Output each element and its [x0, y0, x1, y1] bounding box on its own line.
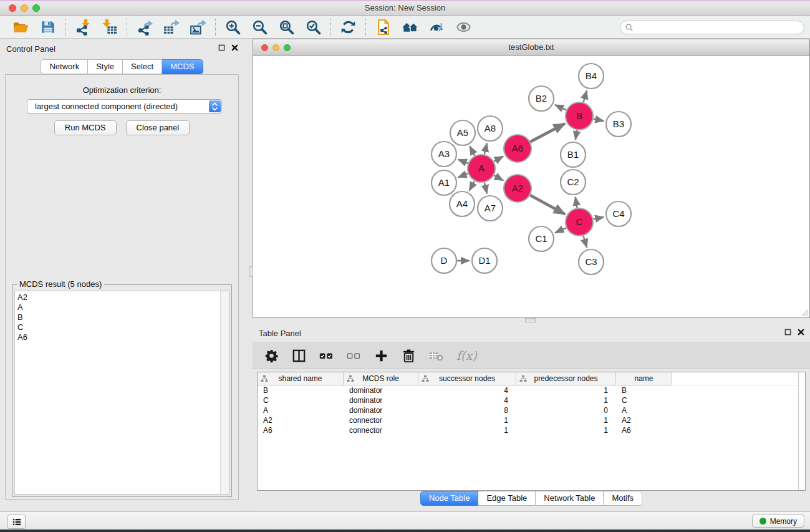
zoom-in-button[interactable] [224, 19, 241, 36]
table-cell[interactable]: B [616, 386, 672, 395]
graph-edge-A6-B[interactable] [530, 123, 565, 142]
graph-edge-A-A7[interactable] [485, 183, 487, 194]
graph-edge-C-C2[interactable] [576, 197, 577, 208]
deselect-all-button[interactable] [347, 349, 361, 363]
graph-edge-C-C3[interactable] [584, 236, 587, 248]
graph-node-A2[interactable]: A2 [504, 175, 531, 202]
search-box[interactable] [620, 21, 804, 34]
graph-node-A3[interactable]: A3 [432, 142, 456, 167]
open-file-button[interactable] [12, 19, 29, 36]
graph-node-B4[interactable]: B4 [579, 64, 604, 89]
table-cell[interactable]: connector [344, 426, 418, 435]
table-tab-node-table[interactable]: Node Table [420, 491, 479, 506]
table-cell[interactable]: A [616, 406, 672, 415]
function-builder-button[interactable]: f(x) [456, 349, 477, 362]
resize-grip-icon[interactable] [800, 308, 808, 316]
table-cell[interactable]: A6 [616, 426, 672, 435]
save-session-button[interactable] [39, 19, 56, 36]
table-cell[interactable]: 1 [516, 426, 616, 435]
mcds-result-item[interactable]: A6 [17, 332, 220, 342]
network-from-file-button[interactable] [375, 19, 392, 36]
table-row[interactable]: A6connector11A6 [258, 425, 805, 435]
show-hide-details-button[interactable] [428, 19, 445, 36]
table-cell[interactable]: 4 [418, 386, 516, 395]
trash-button[interactable] [402, 349, 416, 363]
graph-edge-C-C4[interactable] [594, 217, 604, 220]
table-cell[interactable]: dominator [344, 406, 418, 415]
graph-node-B[interactable]: B [566, 102, 593, 130]
memory-button[interactable]: Memory [752, 515, 804, 528]
graph-node-C3[interactable]: C3 [579, 249, 604, 274]
close-panel-icon[interactable] [798, 329, 804, 336]
table-cell[interactable]: B [258, 386, 344, 395]
control-tab-mcds[interactable]: MCDS [162, 59, 203, 74]
table-scrollbar[interactable] [798, 372, 805, 490]
close-panel-button[interactable]: Close panel [126, 120, 190, 135]
table-cell[interactable]: connector [344, 416, 418, 425]
table-tab-network-table[interactable]: Network Table [536, 491, 604, 506]
run-mcds-button[interactable]: Run MCDS [54, 120, 117, 135]
graph-node-A8[interactable]: A8 [478, 116, 503, 141]
network-close-button[interactable] [261, 44, 268, 51]
add-button[interactable] [374, 349, 388, 363]
table-cell[interactable]: C [258, 396, 344, 405]
column-header-name[interactable]: name [616, 372, 672, 385]
graph-edge-B-B2[interactable] [555, 105, 566, 110]
network-zoom-button[interactable] [284, 44, 291, 51]
gear-button[interactable] [264, 349, 279, 363]
table-cell[interactable]: A2 [258, 416, 344, 425]
table-cell[interactable]: dominator [344, 386, 418, 395]
result-scrollbar[interactable] [220, 291, 229, 494]
home-button[interactable] [402, 19, 418, 36]
vertical-scroll-nub[interactable] [249, 266, 253, 277]
column-header-predecessor-nodes[interactable]: predecessor nodes [516, 372, 616, 385]
table-row[interactable]: Bdominator41B [258, 385, 805, 395]
graph-edge-A-A5[interactable] [470, 146, 475, 155]
graph-edge-A-A3[interactable] [458, 160, 468, 163]
export-table-button[interactable] [163, 19, 180, 36]
zoom-out-button[interactable] [251, 19, 268, 36]
task-history-button[interactable] [7, 515, 26, 529]
horizontal-scroll-nub[interactable] [525, 318, 536, 322]
graph-edge-B-B1[interactable] [576, 130, 577, 140]
control-tab-select[interactable]: Select [123, 59, 162, 74]
graph-node-C[interactable]: C [566, 208, 593, 236]
graph-edge-C-C1[interactable] [555, 228, 566, 233]
table-row[interactable]: A2connector11A2 [258, 415, 805, 425]
graph-edge-B-B4[interactable] [584, 90, 587, 102]
zoom-fit-button[interactable] [278, 19, 295, 36]
export-network-button[interactable] [136, 19, 153, 36]
optimization-criterion-select[interactable]: largest connected component (directed) [27, 99, 222, 114]
graph-node-A6[interactable]: A6 [504, 135, 531, 162]
graph-node-D[interactable]: D [432, 248, 456, 273]
mcds-result-item[interactable]: C [17, 322, 220, 332]
table-cell[interactable]: 1 [516, 416, 616, 425]
graph-node-A7[interactable]: A7 [478, 196, 503, 221]
table-tab-edge-table[interactable]: Edge Table [478, 491, 536, 506]
graph-edge-A-A2[interactable] [494, 175, 503, 180]
network-minimize-button[interactable] [272, 44, 279, 51]
table-cell[interactable]: C [616, 396, 672, 405]
graph-node-C1[interactable]: C1 [529, 226, 554, 251]
graph-node-A1[interactable]: A1 [432, 170, 456, 195]
mcds-result-item[interactable]: A [17, 302, 220, 312]
graph-edge-A-A8[interactable] [485, 143, 487, 154]
table-cell[interactable]: 0 [516, 406, 616, 415]
table-row[interactable]: Adominator80A [258, 405, 805, 415]
graph-node-B2[interactable]: B2 [529, 86, 554, 111]
column-header-mcds-role[interactable]: MCDS role [344, 372, 418, 385]
network-canvas[interactable]: B4B2BB3A8A5A6B1A3AA1C2A2A4A7C4CC1C3DD1 [253, 56, 809, 317]
close-panel-icon[interactable] [231, 44, 238, 51]
table-cell[interactable]: 8 [418, 406, 516, 415]
graph-edge-A2-C[interactable] [530, 195, 565, 215]
graph-node-C2[interactable]: C2 [561, 170, 586, 195]
column-header-shared-name[interactable]: shared name [258, 372, 344, 385]
search-input[interactable] [634, 21, 804, 34]
graph-edge-B-B3[interactable] [594, 119, 604, 122]
graph-node-A5[interactable]: A5 [450, 120, 475, 145]
table-cell[interactable]: 1 [418, 416, 516, 425]
table-cell[interactable]: A [258, 406, 344, 415]
mcds-result-item[interactable]: B [17, 312, 220, 322]
delete-table-button[interactable] [429, 349, 443, 363]
table-tab-motifs[interactable]: Motifs [604, 491, 642, 506]
